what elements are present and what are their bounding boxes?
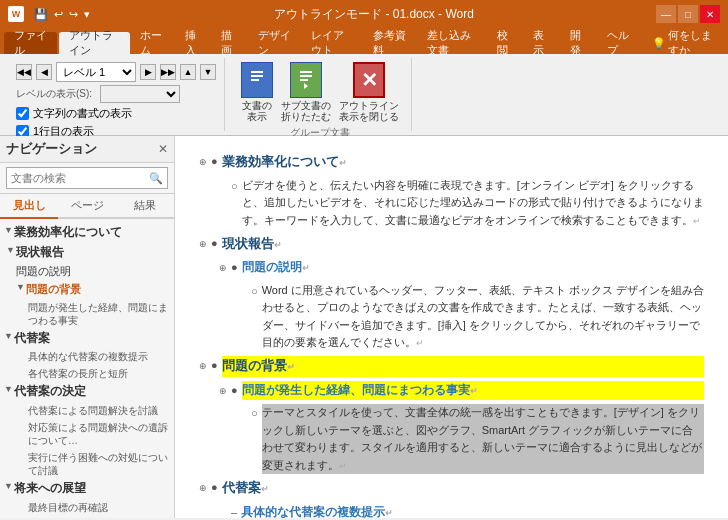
expand-icon-2: ▼	[6, 245, 16, 257]
nav-item-4[interactable]: ▼ 問題の背景	[2, 280, 172, 298]
level-display-row: レベルの表示(S):	[16, 85, 216, 103]
tab-file[interactable]: ファイル	[4, 32, 57, 54]
nav-item-text-1: 業務効率化について	[14, 225, 170, 241]
nav-item-7[interactable]: 具体的な代替案の複数提示	[2, 348, 172, 365]
level-right-right-btn[interactable]: ▶▶	[160, 64, 176, 80]
tab-review[interactable]: 校閲	[487, 32, 524, 54]
expand-btn-4[interactable]: ⊕	[199, 359, 207, 373]
nav-item-12[interactable]: 実行に伴う困難への対処について討議	[2, 449, 172, 479]
nav-item-text-12: 実行に伴う困難への対処について討議	[28, 451, 170, 477]
outline-tools-section: ◀◀ ◀ レベル 1 レベル 2 レベル 3 ▶ ▶▶ ▲ ▼ レベルの表示(S…	[8, 58, 225, 131]
close-button[interactable]: ✕	[700, 5, 720, 23]
tab-search[interactable]: 💡何をしますか	[642, 32, 724, 54]
nav-item-14[interactable]: 最終目標の再確認	[2, 499, 172, 516]
outline-h1-2[interactable]: 現状報告↵	[222, 234, 704, 255]
tab-mail[interactable]: 差し込み文書	[417, 32, 487, 54]
expand-btn-5[interactable]: ⊕	[219, 384, 227, 398]
maximize-button[interactable]: □	[678, 5, 698, 23]
tab-design[interactable]: デザイン	[248, 32, 301, 54]
tab-help[interactable]: ヘルプ	[597, 32, 642, 54]
expand-btn-3[interactable]: ⊕	[219, 261, 227, 275]
save-icon[interactable]: 💾	[32, 6, 50, 23]
tab-layout[interactable]: レイアウト	[301, 32, 363, 54]
level-nav-row: ◀◀ ◀ レベル 1 レベル 2 レベル 3 ▶ ▶▶ ▲ ▼	[16, 62, 216, 82]
tab-view[interactable]: 表示	[523, 32, 560, 54]
window-title: アウトラインモード - 01.docx - Word	[92, 6, 656, 23]
level-left-left-btn[interactable]: ◀◀	[16, 64, 32, 80]
level-up-btn[interactable]: ▲	[180, 64, 196, 80]
sub-doc-button[interactable]: サブ文書の折りたたむ	[281, 62, 331, 122]
nav-item-8[interactable]: 各代替案の長所と短所	[2, 365, 172, 382]
nav-item-9[interactable]: ▼ 代替案の決定	[2, 382, 172, 402]
outline-item-7: ⊕ – 具体的な代替案の複数提示↵	[219, 503, 704, 518]
outline-h2-7[interactable]: 具体的な代替案の複数提示↵	[241, 503, 704, 518]
outline-body-3[interactable]: Word に用意されているヘッダー、フッター、表紙、テキスト ボックス デザイン…	[262, 282, 704, 352]
expand-btn-1[interactable]: ⊕	[199, 155, 207, 169]
nav-item-2[interactable]: ▼ 現状報告	[4, 243, 172, 263]
nav-search-box: 🔍	[6, 167, 168, 189]
svg-rect-7	[300, 79, 308, 81]
svg-rect-1	[251, 71, 263, 73]
tab-insert[interactable]: 挿入	[175, 32, 212, 54]
nav-item-10[interactable]: 代替案による問題解決を討議	[2, 402, 172, 419]
outline-item-1-body: ⊕ ○ ビデオを使うと、伝えたい内容を明確に表現できます。[オンライン ビデオ]…	[219, 177, 704, 230]
level-display-select[interactable]	[100, 85, 180, 103]
nav-item-6[interactable]: ▼ 代替案	[2, 329, 172, 349]
bullet-5: ●	[231, 382, 238, 400]
nav-tab-results[interactable]: 結果	[116, 194, 174, 217]
tab-dev[interactable]: 開発	[560, 32, 597, 54]
nav-item-5[interactable]: 問題が発生した経緯、問題にまつわる事実	[2, 299, 172, 329]
show-doc-button[interactable]: 文書の表示	[241, 62, 273, 122]
nav-search-row: 🔍	[0, 163, 174, 194]
tab-home[interactable]: ホーム	[130, 32, 175, 54]
customize-icon[interactable]: ▾	[82, 6, 92, 23]
minimize-button[interactable]: —	[656, 5, 676, 23]
nav-tree: ▼ 業務効率化について ▼ 現状報告 問題の説明 ▼ 問題の背景 問題が発生した…	[0, 219, 174, 518]
show-format-checkbox[interactable]	[16, 107, 29, 120]
outline-item-2: ⊕ ● 現状報告↵	[199, 234, 704, 255]
level-right-btn[interactable]: ▶	[140, 64, 156, 80]
nav-item-13[interactable]: ▼ 将来への展望	[2, 479, 172, 499]
close-outline-label: アウトライン表示を閉じる	[339, 100, 399, 122]
nav-item-15[interactable]: 将来への見通し	[2, 516, 172, 518]
level-left-btn[interactable]: ◀	[36, 64, 52, 80]
nav-item-text-11: 対応策による問題解決への遺訴について…	[28, 421, 170, 447]
nav-item-11[interactable]: 対応策による問題解決への遺訴について…	[2, 419, 172, 449]
nav-item-text-13: 将来への展望	[14, 481, 170, 497]
nav-tab-headings[interactable]: 見出し	[0, 194, 58, 219]
outline-h1-1[interactable]: 業務効率化について↵	[222, 152, 704, 173]
bullet-2: ●	[211, 235, 218, 253]
expand-icon-9: ▼	[4, 384, 14, 396]
outline-h1-4[interactable]: 問題の背景↵	[222, 356, 704, 377]
tab-outline[interactable]: アウトライン	[59, 32, 129, 54]
nav-item-3[interactable]: 問題の説明	[2, 262, 172, 280]
redo-icon[interactable]: ↪	[67, 6, 80, 23]
search-icon: 🔍	[149, 172, 163, 185]
bullet-6: ●	[211, 479, 218, 497]
nav-close-button[interactable]: ✕	[158, 142, 168, 156]
nav-tab-pages[interactable]: ページ	[58, 194, 116, 217]
outline-body-5[interactable]: テーマとスタイルを使って、文書全体の統一感を出すこともできます。[デザイン] を…	[262, 404, 704, 474]
svg-rect-2	[251, 75, 263, 77]
undo-icon[interactable]: ↩	[52, 6, 65, 23]
tab-draw[interactable]: 描画	[211, 32, 248, 54]
nav-item-text-14: 最終目標の再確認	[28, 501, 170, 514]
expand-btn-6[interactable]: ⊕	[199, 481, 207, 495]
expand-icon-13: ▼	[4, 481, 14, 493]
doc-icons-row: 文書の表示 サブ文書の折りたたむ ✕	[241, 62, 399, 122]
tab-ref[interactable]: 参考資料	[363, 32, 416, 54]
level-down-btn[interactable]: ▼	[200, 64, 216, 80]
outline-h2-5[interactable]: 問題が発生した経緯、問題にまつわる事実↵	[242, 381, 704, 400]
level-select[interactable]: レベル 1 レベル 2 レベル 3	[56, 62, 136, 82]
nav-search-input[interactable]	[11, 172, 149, 184]
outline-h2-3[interactable]: 問題の説明↵	[242, 258, 704, 277]
nav-item-1[interactable]: ▼ 業務効率化について	[2, 223, 172, 243]
outline-h1-6[interactable]: 代替案↵	[222, 478, 704, 499]
navigation-panel: ナビゲーション ✕ 🔍 見出し ページ 結果 ▼ 業務効率化について ▼ 現状報…	[0, 136, 175, 518]
document-content: ⊕ ● 業務効率化について↵ ⊕ ○ ビデオを使うと、伝えたい内容を明確に表現で…	[175, 136, 728, 518]
close-outline-button[interactable]: ✕ アウトライン表示を閉じる	[339, 62, 399, 122]
bullet-1b: ○	[231, 178, 238, 196]
expand-btn-2[interactable]: ⊕	[199, 237, 207, 251]
outline-body-1[interactable]: ビデオを使うと、伝えたい内容を明確に表現できます。[オンライン ビデオ] をクリ…	[242, 177, 704, 230]
expand-icon: ▼	[4, 225, 14, 237]
